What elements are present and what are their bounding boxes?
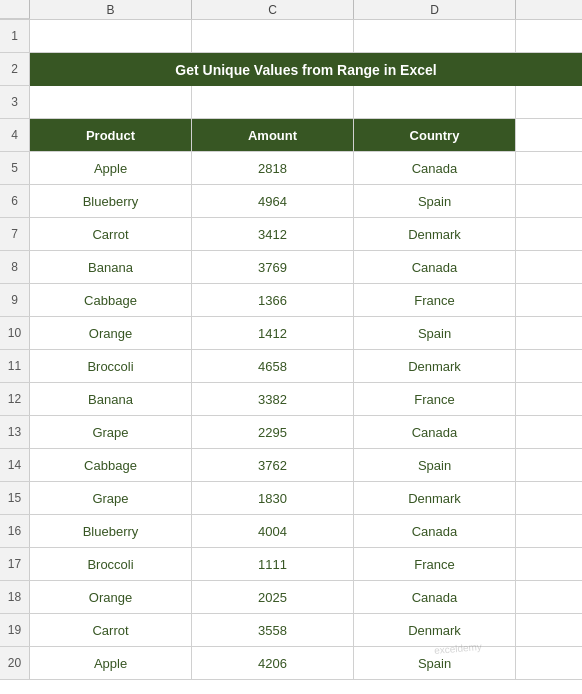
- cell-country: Denmark: [354, 218, 516, 250]
- table-row: 12Banana3382France: [0, 383, 582, 416]
- row-number: 2: [0, 53, 30, 85]
- cell-product: Grape: [30, 416, 192, 448]
- row-number: 19: [0, 614, 30, 646]
- spreadsheet-title: Get Unique Values from Range in Excel: [30, 53, 582, 86]
- cell-product: Grape: [30, 482, 192, 514]
- corner-header: [0, 0, 30, 19]
- col-header-c: C: [192, 0, 354, 19]
- col-header-d: D: [354, 0, 516, 19]
- cell-amount: 3558: [192, 614, 354, 646]
- cell-product: Cabbage: [30, 284, 192, 316]
- header-product: Product: [30, 119, 192, 151]
- col-header-b: B: [30, 0, 192, 19]
- cell-country: Canada: [354, 251, 516, 283]
- row-number: 14: [0, 449, 30, 481]
- spreadsheet: B C D 1 2 Get Unique Values from Range i…: [0, 0, 582, 694]
- cell-product: Broccoli: [30, 350, 192, 382]
- cell-amount: 3382: [192, 383, 354, 415]
- row-number: 12: [0, 383, 30, 415]
- cell-country: Denmark: [354, 614, 516, 646]
- cell-product: Banana: [30, 383, 192, 415]
- table-row: 15Grape1830Denmark: [0, 482, 582, 515]
- cell-country: France: [354, 548, 516, 580]
- cell-country: Canada: [354, 416, 516, 448]
- cell-country: Canada: [354, 581, 516, 613]
- cell-amount: 3412: [192, 218, 354, 250]
- table-row: 8Banana3769Canada: [0, 251, 582, 284]
- row-number: 1: [0, 20, 30, 52]
- row-number: 17: [0, 548, 30, 580]
- header-country: Country: [354, 119, 516, 151]
- cell-amount: 2025: [192, 581, 354, 613]
- cell-country: Canada: [354, 515, 516, 547]
- cell-amount: 4964: [192, 185, 354, 217]
- cell-product: Banana: [30, 251, 192, 283]
- table-row: 17Broccoli1111France: [0, 548, 582, 581]
- table-header-row: 4 Product Amount Country: [0, 119, 582, 152]
- cell-country: Denmark: [354, 482, 516, 514]
- cell-amount: 3769: [192, 251, 354, 283]
- table-row: 19Carrot3558Denmark: [0, 614, 582, 647]
- table-row: 11Broccoli4658Denmark: [0, 350, 582, 383]
- cell-c3: [192, 86, 354, 118]
- cell-product: Blueberry: [30, 185, 192, 217]
- cell-country: Spain: [354, 647, 516, 679]
- cell-country: Spain: [354, 317, 516, 349]
- table-row: 7Carrot3412Denmark: [0, 218, 582, 251]
- cell-amount: 1366: [192, 284, 354, 316]
- cell-c1: [192, 20, 354, 52]
- cell-b1: [30, 20, 192, 52]
- cell-amount: 4004: [192, 515, 354, 547]
- table-row: 14Cabbage3762Spain: [0, 449, 582, 482]
- cell-amount: 1412: [192, 317, 354, 349]
- cell-country: Canada: [354, 152, 516, 184]
- title-row: 2 Get Unique Values from Range in Excel: [0, 53, 582, 86]
- table-row: 16Blueberry4004Canada: [0, 515, 582, 548]
- row-number: 18: [0, 581, 30, 613]
- table-row: 13Grape2295Canada: [0, 416, 582, 449]
- row-number: 16: [0, 515, 30, 547]
- cell-amount: 1111: [192, 548, 354, 580]
- cell-amount: 2295: [192, 416, 354, 448]
- cell-b3: [30, 86, 192, 118]
- table-row: 6Blueberry4964Spain: [0, 185, 582, 218]
- row-number: 15: [0, 482, 30, 514]
- cell-product: Apple: [30, 152, 192, 184]
- cell-country: Denmark: [354, 350, 516, 382]
- cell-d1: [354, 20, 516, 52]
- row-number: 10: [0, 317, 30, 349]
- row-number: 7: [0, 218, 30, 250]
- cell-product: Carrot: [30, 218, 192, 250]
- cell-product: Orange: [30, 581, 192, 613]
- row-number: 3: [0, 86, 30, 118]
- row-number: 5: [0, 152, 30, 184]
- cell-product: Orange: [30, 317, 192, 349]
- table-row: 1: [0, 20, 582, 53]
- cell-product: Cabbage: [30, 449, 192, 481]
- cell-country: Spain: [354, 185, 516, 217]
- cell-country: Spain: [354, 449, 516, 481]
- cell-product: Apple: [30, 647, 192, 679]
- row-number: 13: [0, 416, 30, 448]
- header-amount: Amount: [192, 119, 354, 151]
- cell-country: France: [354, 284, 516, 316]
- cell-country: France: [354, 383, 516, 415]
- table-row: 3: [0, 86, 582, 119]
- row-number: 9: [0, 284, 30, 316]
- row-number: 20: [0, 647, 30, 679]
- cell-product: Blueberry: [30, 515, 192, 547]
- table-row: 20Apple4206Spain: [0, 647, 582, 680]
- cell-amount: 3762: [192, 449, 354, 481]
- cell-amount: 2818: [192, 152, 354, 184]
- cell-product: Carrot: [30, 614, 192, 646]
- row-number: 11: [0, 350, 30, 382]
- table-row: 10Orange1412Spain: [0, 317, 582, 350]
- cell-d3: [354, 86, 516, 118]
- row-number: 4: [0, 119, 30, 151]
- cell-amount: 4658: [192, 350, 354, 382]
- cell-amount: 4206: [192, 647, 354, 679]
- data-table: 5Apple2818Canada6Blueberry4964Spain7Carr…: [0, 152, 582, 680]
- cell-product: Broccoli: [30, 548, 192, 580]
- table-row: 5Apple2818Canada: [0, 152, 582, 185]
- table-row: 18Orange2025Canada: [0, 581, 582, 614]
